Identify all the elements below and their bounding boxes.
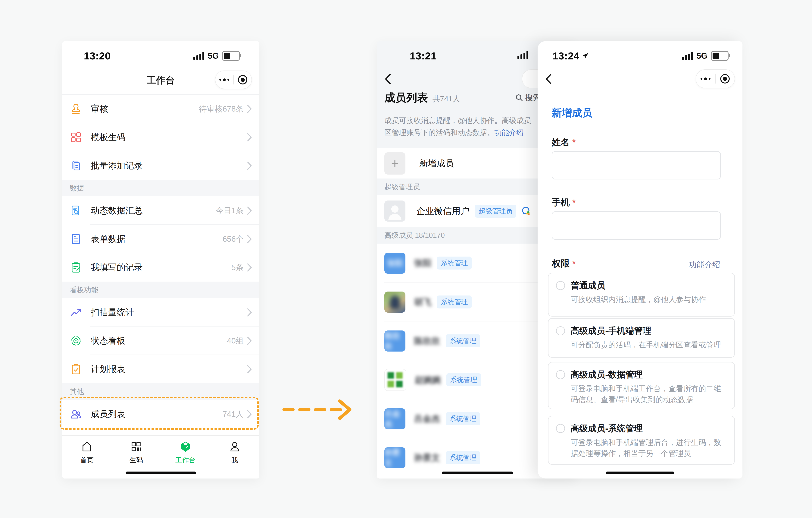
radio-unchecked-icon[interactable] xyxy=(556,424,565,433)
role-badge: 系统管理 xyxy=(446,412,480,425)
menu-item-label: 批量添加记录 xyxy=(91,160,143,171)
role-badge: 系统管理 xyxy=(437,296,472,308)
miniprogram-capsule[interactable] xyxy=(696,70,735,88)
menu-item-my-records[interactable]: 我填写的记录 5条 xyxy=(62,253,259,281)
name-input[interactable] xyxy=(552,151,721,180)
avatar: 陈欣欣 xyxy=(384,330,405,352)
chevron-right-icon xyxy=(247,263,252,272)
more-icon[interactable] xyxy=(215,78,233,81)
menu-item-status-board[interactable]: 状态看板 40组 xyxy=(62,327,259,355)
menu-item-label: 表单数据 xyxy=(91,233,125,245)
menu-item-label: 模板生码 xyxy=(91,132,125,143)
menu-item-label: 计划报表 xyxy=(91,363,125,375)
clipboard-check-icon xyxy=(70,363,82,376)
tab-label: 我 xyxy=(231,456,238,465)
option-description: 可分配负责的活码，在手机端分区查看或管理 xyxy=(571,339,727,350)
chevron-right-icon xyxy=(247,365,252,374)
menu-item-plan-report[interactable]: 计划报表 xyxy=(62,355,259,383)
radar-icon xyxy=(70,335,82,347)
menu-item-scan-stats[interactable]: 扫描量统计 xyxy=(62,298,259,327)
permission-field-label: 权限* xyxy=(552,257,576,270)
close-capsule-icon[interactable] xyxy=(716,74,735,83)
chevron-right-icon xyxy=(247,235,252,243)
radio-unchecked-icon[interactable] xyxy=(556,281,565,290)
member-name-blurred: 张阳 xyxy=(414,257,431,269)
signal-icon xyxy=(518,51,528,59)
battery-icon xyxy=(711,51,729,61)
menu-item-batch-add[interactable]: 批量添加记录 xyxy=(62,152,259,180)
tab-home[interactable]: 首页 xyxy=(62,436,112,479)
feature-intro-link[interactable]: 功能介绍 xyxy=(689,260,720,270)
chevron-right-icon xyxy=(247,105,252,113)
stamp-icon xyxy=(70,103,82,115)
menu-item-template-code[interactable]: 模板生码 xyxy=(62,123,259,152)
option-description: 可登录电脑和手机端工作台，查看所有的二维码信息、查看/导出收集到的动态数据 xyxy=(571,383,727,405)
feature-intro-link[interactable]: 功能介绍 xyxy=(494,129,524,137)
permission-option-mobile-admin[interactable]: 高级成员-手机端管理 可分配负责的活码，在手机端分区查看或管理 xyxy=(548,318,735,358)
member-count: 共741人 xyxy=(433,94,460,104)
search-icon xyxy=(515,94,523,102)
avatar: 吕金杰 xyxy=(384,408,405,429)
home-indicator xyxy=(442,471,513,474)
status-bar: 13:24 5G xyxy=(538,47,743,65)
menu-item-label: 扫描量统计 xyxy=(91,307,134,318)
role-badge: 系统管理 xyxy=(446,334,480,347)
permission-option-normal[interactable]: 普通成员 可接收组织内消息提醒，@他人参与协作 xyxy=(548,273,735,317)
copy-docs-icon xyxy=(70,160,82,172)
back-button[interactable] xyxy=(545,74,552,85)
trend-icon xyxy=(70,306,82,319)
wecom-chat-icon[interactable] xyxy=(521,206,531,216)
add-member-label: 新增成员 xyxy=(419,158,454,169)
option-description: 可接收组织内消息提醒，@他人参与协作 xyxy=(571,294,727,305)
member-name-blurred: 胡飞 xyxy=(414,296,431,308)
person-silhouette-icon xyxy=(384,200,405,222)
add-member-screen: 13:24 5G 新增成员 姓名* 手机* 权限* 功能介绍 普通成员 可接收组… xyxy=(538,41,743,479)
doc-search-icon xyxy=(70,205,82,217)
radio-unchecked-icon[interactable] xyxy=(556,370,565,379)
flow-arrow xyxy=(281,399,360,421)
required-asterisk: * xyxy=(572,138,576,147)
member-name-blurred: 孙景文 xyxy=(414,452,440,464)
clipboard-edit-icon xyxy=(70,261,82,274)
workbench-screen: 13:20 5G 工作台 审核 待审核678条 模板生码 批量 xyxy=(62,41,259,479)
phone-input[interactable] xyxy=(552,211,721,240)
workbench-icon xyxy=(180,441,191,453)
role-badge: 系统管理 xyxy=(446,373,481,386)
nav-bar: 工作台 xyxy=(62,66,259,94)
home-icon xyxy=(81,441,93,453)
back-button[interactable] xyxy=(384,74,391,85)
option-title: 高级成员-系统管理 xyxy=(571,422,643,434)
page-title: 成员列表 xyxy=(384,90,428,105)
radio-unchecked-icon[interactable] xyxy=(556,326,565,335)
menu-item-label: 动态数据汇总 xyxy=(91,205,143,217)
permission-option-data-admin[interactable]: 高级成员-数据管理 可登录电脑和手机端工作台，查看所有的二维码信息、查看/导出收… xyxy=(548,362,735,409)
menu-item-form-data[interactable]: 表单数据 656个 xyxy=(62,225,259,253)
miniprogram-capsule[interactable] xyxy=(215,71,252,89)
role-badge: 系统管理 xyxy=(446,451,480,464)
status-time: 13:21 xyxy=(410,50,437,62)
page-title: 新增成员 xyxy=(552,106,592,120)
location-arrow-icon xyxy=(582,53,589,59)
member-name-blurred: 陈欣欣 xyxy=(414,335,440,347)
menu-item-label: 状态看板 xyxy=(91,335,125,347)
search-button[interactable]: 搜索 xyxy=(515,92,541,103)
close-capsule-icon[interactable] xyxy=(234,75,252,84)
section-header-board: 看板功能 xyxy=(62,281,259,298)
avatar xyxy=(384,200,405,222)
status-time: 13:20 xyxy=(84,50,111,62)
tab-label: 生码 xyxy=(129,456,143,465)
phone-field-label: 手机* xyxy=(552,196,576,209)
network-label: 5G xyxy=(208,51,219,60)
more-icon[interactable] xyxy=(696,78,715,80)
menu-item-audit[interactable]: 审核 待审核678条 xyxy=(62,94,259,123)
name-field-label: 姓名* xyxy=(552,136,576,148)
tab-me[interactable]: 我 xyxy=(210,436,259,479)
avatar xyxy=(384,369,406,391)
tab-label: 工作台 xyxy=(175,456,196,465)
signal-icon xyxy=(682,52,693,60)
avatar: 张阳 xyxy=(384,253,405,274)
menu-item-dynamic-data[interactable]: 动态数据汇总 今日1条 xyxy=(62,196,259,225)
permission-option-system-admin[interactable]: 高级成员-系统管理 可登录电脑和手机端管理后台，进行生码，数据处理等操作，相当于… xyxy=(548,416,735,465)
highlight-dashed-box xyxy=(60,397,259,430)
required-asterisk: * xyxy=(572,259,576,268)
